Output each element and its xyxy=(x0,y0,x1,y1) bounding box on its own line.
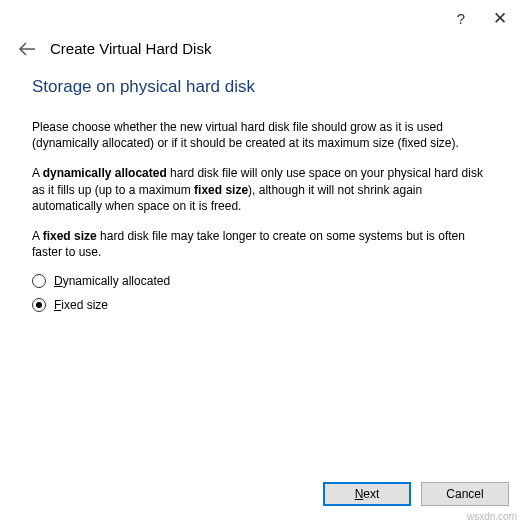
wizard-header: Create Virtual Hard Disk xyxy=(0,36,523,71)
radio-icon xyxy=(32,298,46,312)
intro-paragraph: Please choose whether the new virtual ha… xyxy=(32,119,491,151)
close-icon[interactable]: ✕ xyxy=(493,8,507,29)
next-button[interactable]: Next xyxy=(323,482,411,506)
radio-dynamic[interactable]: Dynamically allocated xyxy=(32,274,491,288)
page-heading: Storage on physical hard disk xyxy=(32,77,491,97)
back-arrow-icon[interactable] xyxy=(18,42,36,56)
content-area: Storage on physical hard disk Please cho… xyxy=(0,71,523,312)
storage-options: Dynamically allocated Fixed size xyxy=(32,274,491,312)
radio-icon xyxy=(32,274,46,288)
fixed-paragraph: A fixed size hard disk file may take lon… xyxy=(32,228,491,260)
cancel-button[interactable]: Cancel xyxy=(421,482,509,506)
radio-label: Fixed size xyxy=(54,298,108,312)
watermark: wsxdn.com xyxy=(467,511,517,522)
wizard-title: Create Virtual Hard Disk xyxy=(50,40,211,57)
help-icon[interactable]: ? xyxy=(457,10,465,27)
footer-buttons: Next Cancel xyxy=(323,482,509,506)
radio-fixed[interactable]: Fixed size xyxy=(32,298,491,312)
titlebar: ? ✕ xyxy=(0,0,523,36)
dynamic-paragraph: A dynamically allocated hard disk file w… xyxy=(32,165,491,214)
radio-label: Dynamically allocated xyxy=(54,274,170,288)
